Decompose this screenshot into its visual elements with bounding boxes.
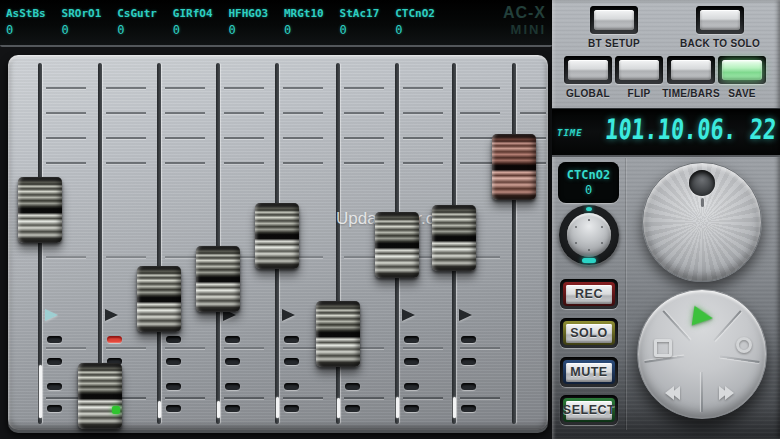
track-cell-8: CTCnO20	[395, 7, 449, 37]
fader-cap-master[interactable]	[492, 134, 536, 200]
channel-arrow-icon	[105, 309, 118, 321]
scale-tick	[46, 347, 86, 349]
fader-slot-channel-4[interactable]	[216, 63, 220, 424]
fader-cap-channel-1[interactable]	[18, 177, 62, 243]
bt-setup-button[interactable]: BT SETUP	[572, 6, 656, 49]
time-value: 101.10.06. 22	[604, 116, 777, 144]
scale-tick	[106, 256, 146, 258]
pan-knob[interactable]	[559, 205, 619, 265]
button-socket	[615, 56, 663, 84]
scale-tick	[165, 347, 205, 349]
knob-indicator-top	[586, 207, 592, 211]
bt-setup-keyface[interactable]	[594, 10, 634, 30]
rec-label[interactable]: REC	[566, 285, 612, 304]
led-pill	[47, 358, 62, 365]
stop-icon	[654, 339, 672, 357]
flip-button[interactable]: FLIP	[613, 56, 665, 99]
pan-knob-face[interactable]	[567, 213, 611, 257]
solo-label[interactable]: SOLO	[566, 324, 612, 343]
led-pill	[345, 405, 360, 412]
track-cell-5: HFHGO30	[228, 7, 282, 37]
scale-tick	[283, 87, 323, 89]
fader-slot-master[interactable]	[512, 63, 516, 424]
fader-cap-channel-3[interactable]	[137, 266, 181, 332]
select-label[interactable]: SELECT	[566, 401, 612, 420]
led-pill	[404, 405, 419, 412]
play-button[interactable]	[693, 307, 713, 327]
scale-tick	[46, 87, 86, 89]
scale-tick	[283, 162, 323, 164]
channel-arrow-icon	[45, 309, 58, 321]
solo-button[interactable]: SOLO	[560, 318, 618, 348]
save-button[interactable]: SAVE	[716, 56, 768, 99]
led-pill	[404, 383, 419, 390]
record-button[interactable]	[736, 337, 752, 353]
scale-tick	[165, 397, 205, 399]
back-to-solo-button[interactable]: BACK TO SOLO	[670, 6, 770, 49]
led-pill	[166, 383, 181, 390]
fader-cap-channel-8[interactable]	[432, 205, 476, 271]
scale-tick	[46, 256, 86, 258]
led-pill	[404, 358, 419, 365]
track-name: StAc17	[340, 7, 394, 20]
back-to-solo-label: BACK TO SOLO	[680, 38, 760, 49]
track-name: SROrO1	[62, 7, 116, 20]
fader-cap-channel-6[interactable]	[316, 301, 360, 367]
led-pill	[461, 383, 476, 390]
select-button[interactable]: SELECT	[560, 395, 618, 425]
fader-slot-channel-3[interactable]	[157, 63, 161, 424]
scale-tick	[403, 162, 443, 164]
scale-tick	[460, 347, 500, 349]
track-name: HFHGO3	[228, 7, 282, 20]
led-pill	[225, 405, 240, 412]
scale-tick	[46, 112, 86, 114]
time-bars-button[interactable]: TIME/BARS	[665, 56, 717, 99]
global-keyface[interactable]	[568, 60, 608, 80]
jog-finger-hole[interactable]	[689, 170, 715, 196]
slot-bottom-highlight	[158, 401, 161, 418]
save-label: SAVE	[728, 88, 756, 99]
track-value: 0	[62, 23, 116, 37]
save-keyface-lit[interactable]	[722, 60, 762, 80]
global-button[interactable]: GLOBAL	[562, 56, 614, 99]
scale-tick	[283, 112, 323, 114]
fader-cap-channel-4[interactable]	[196, 246, 240, 312]
scale-tick	[344, 162, 384, 164]
track-value: 0	[228, 23, 282, 37]
flip-keyface[interactable]	[619, 60, 659, 80]
acx-mini-app: AC-X MINI AsStBs0SROrO10CsGutr0GIRfO40HF…	[0, 0, 780, 439]
mute-label[interactable]: MUTE	[566, 363, 612, 382]
acx-mini-logo: AC-X MINI	[503, 5, 546, 36]
track-name: AsStBs	[6, 7, 60, 20]
track-cell-3: CsGutr0	[117, 7, 171, 37]
track-name: GIRfO4	[173, 7, 227, 20]
rec-button[interactable]: REC	[560, 279, 618, 309]
fast-forward-button[interactable]	[719, 386, 731, 404]
mute-bezel: MUTE	[563, 360, 615, 384]
rewind-button[interactable]	[668, 386, 680, 404]
scale-tick	[344, 112, 384, 114]
led-pill	[47, 405, 62, 412]
track-cell-2: SROrO10	[62, 7, 116, 37]
channel-arrow-icon	[459, 309, 472, 321]
scale-tick	[224, 347, 264, 349]
bt-setup-label: BT SETUP	[588, 38, 640, 49]
jog-wheel[interactable]	[642, 162, 762, 282]
transport-pad[interactable]	[637, 289, 767, 419]
fader-cap-channel-2[interactable]	[78, 363, 122, 429]
scale-tick	[344, 137, 384, 139]
led-pill	[166, 358, 181, 365]
fader-cap-channel-5[interactable]	[255, 203, 299, 269]
stop-button[interactable]	[654, 339, 672, 357]
time-bars-keyface[interactable]	[671, 60, 711, 80]
selected-track-value: 0	[585, 183, 592, 197]
fader-cap-channel-7[interactable]	[375, 212, 419, 278]
led-pill	[47, 383, 62, 390]
back-to-solo-keyface[interactable]	[700, 10, 740, 30]
mute-button[interactable]: MUTE	[560, 357, 618, 387]
fader-slot-channel-6[interactable]	[336, 63, 340, 424]
scale-tick	[403, 137, 443, 139]
control-panel: BT SETUP BACK TO SOLO GLOBAL FLIP TIME/B…	[552, 0, 780, 439]
slot-bottom-highlight	[453, 397, 456, 418]
track-value: 0	[6, 23, 60, 37]
